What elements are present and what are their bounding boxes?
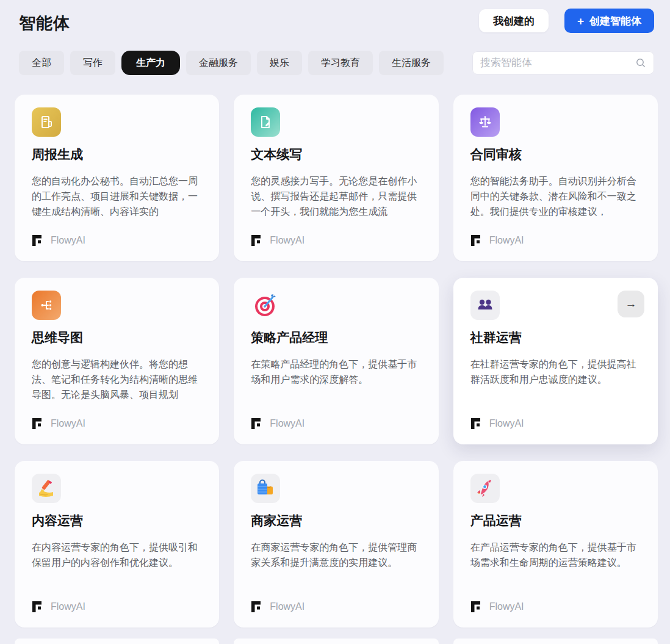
- category-tabs: 全部 写作 生产力 金融服务 娱乐 学习教育 生活服务: [19, 51, 444, 75]
- search-input[interactable]: [480, 57, 635, 69]
- search-icon: [635, 57, 646, 68]
- agent-card-footer: FlowyAI: [251, 234, 421, 247]
- agent-card-title: 策略产品经理: [251, 329, 421, 346]
- agent-card-footer: FlowyAI: [470, 601, 641, 613]
- flowy-pixel-f-logo: [470, 418, 483, 430]
- agent-card-partial[interactable]: [453, 639, 658, 644]
- flowy-pixel-f-logo: [32, 601, 44, 613]
- agent-card-text-continuation[interactable]: 文本续写 您的灵感接力写手。无论您是在创作小说、撰写报告还是起草邮件，只需提供一…: [234, 95, 438, 261]
- brand-name: FlowyAI: [270, 418, 304, 429]
- agent-card-title: 周报生成: [32, 146, 202, 163]
- agent-card-mind-map[interactable]: 思维导图 您的创意与逻辑构建伙伴。将您的想法、笔记和任务转化为结构清晰的思维导图…: [15, 278, 219, 444]
- flowy-pixel-f-logo: [470, 234, 483, 247]
- agent-card-footer: FlowyAI: [32, 418, 202, 430]
- create-agent-button[interactable]: + 创建智能体: [564, 9, 654, 33]
- page-title: 智能体: [19, 9, 70, 34]
- brand-name: FlowyAI: [489, 235, 524, 246]
- agent-card-description: 您的智能法务助手。自动识别并分析合同中的关键条款、潜在风险和不一致之处。我们提供…: [470, 173, 641, 219]
- agent-card-strategy-pm[interactable]: 策略产品经理 在策略产品经理的角色下，提供基于市场和用户需求的深度解答。 Flo…: [234, 278, 438, 444]
- search-box[interactable]: [472, 51, 654, 74]
- my-created-button[interactable]: 我创建的: [479, 9, 549, 32]
- agent-card-description: 在社群运营专家的角色下，提供提高社群活跃度和用户忠诚度的建议。: [470, 356, 641, 387]
- agent-card-title: 社群运营: [470, 329, 641, 346]
- brand-name: FlowyAI: [489, 601, 524, 612]
- page-header: 智能体 我创建的 + 创建智能体: [0, 0, 670, 34]
- agent-card-footer: FlowyAI: [470, 418, 641, 430]
- agent-card-partial[interactable]: [234, 639, 438, 644]
- flowy-pixel-f-logo: [32, 234, 44, 247]
- brand-name: FlowyAI: [51, 601, 85, 612]
- agent-card-description: 在策略产品经理的角色下，提供基于市场和用户需求的深度解答。: [251, 356, 421, 387]
- brand-name: FlowyAI: [270, 601, 304, 612]
- agent-card-title: 思维导图: [32, 329, 202, 346]
- brand-name: FlowyAI: [489, 418, 524, 429]
- flowy-pixel-f-logo: [251, 601, 263, 613]
- agent-card-description: 您的灵感接力写手。无论您是在创作小说、撰写报告还是起草邮件，只需提供一个开头，我…: [251, 173, 421, 219]
- open-agent-arrow-button[interactable]: →: [618, 291, 644, 317]
- agent-card-description: 您的创意与逻辑构建伙伴。将您的想法、笔记和任务转化为结构清晰的思维导图。无论是头…: [32, 356, 202, 402]
- agent-card-description: 在产品运营专家的角色下，提供基于市场需求和生命周期的运营策略建议。: [470, 540, 641, 570]
- flowy-pixel-f-logo: [251, 418, 263, 430]
- brand-name: FlowyAI: [51, 418, 85, 429]
- agent-card-title: 商家运营: [251, 512, 421, 529]
- brand-name: FlowyAI: [270, 235, 304, 246]
- header-actions: 我创建的 + 创建智能体: [479, 9, 654, 33]
- my-created-label: 我创建的: [493, 14, 535, 28]
- agent-card-weekly-report[interactable]: 周报生成 您的自动化办公秘书。自动汇总您一周的工作亮点、项目进展和关键数据，一键…: [15, 95, 219, 261]
- agent-card-footer: FlowyAI: [251, 418, 421, 430]
- create-agent-label: 创建智能体: [589, 14, 641, 28]
- agent-card-footer: FlowyAI: [32, 601, 202, 613]
- agent-card-footer: FlowyAI: [470, 234, 641, 247]
- document-pencil-icon: [251, 107, 280, 137]
- agent-card-merchant-ops[interactable]: 商家运营 在商家运营专家的角色下，提供管理商家关系和提升满意度的实用建议。 Fl…: [234, 461, 438, 628]
- agent-card-title: 合同审核: [470, 146, 641, 163]
- people-busts-icon: [470, 291, 500, 320]
- agent-card-footer: FlowyAI: [32, 234, 202, 247]
- balance-scale-icon: [470, 107, 500, 137]
- agent-card-partial[interactable]: [15, 639, 219, 644]
- brand-name: FlowyAI: [51, 235, 85, 246]
- agent-card-description: 在内容运营专家的角色下，提供吸引和保留用户的内容创作和优化建议。: [32, 540, 202, 570]
- agent-card-title: 内容运营: [32, 512, 202, 529]
- filter-toolbar: 全部 写作 生产力 金融服务 娱乐 学习教育 生活服务: [0, 51, 670, 75]
- plus-icon: +: [577, 15, 584, 27]
- agent-card-footer: FlowyAI: [251, 601, 421, 613]
- tab-life-services[interactable]: 生活服务: [379, 51, 444, 75]
- writing-hand-icon: [32, 474, 61, 503]
- tab-education[interactable]: 学习教育: [308, 51, 373, 75]
- tab-entertainment[interactable]: 娱乐: [257, 51, 302, 75]
- agent-card-contract-review[interactable]: 合同审核 您的智能法务助手。自动识别并分析合同中的关键条款、潜在风险和不一致之处…: [453, 95, 658, 261]
- agent-card-description: 您的自动化办公秘书。自动汇总您一周的工作亮点、项目进展和关键数据，一键生成结构清…: [32, 173, 202, 219]
- agent-card-content-ops[interactable]: 内容运营 在内容运营专家的角色下，提供吸引和保留用户的内容创作和优化建议。 Fl…: [15, 461, 219, 628]
- agent-card-grid: 周报生成 您的自动化办公秘书。自动汇总您一周的工作亮点、项目进展和关键数据，一键…: [0, 75, 670, 628]
- rocket-icon: [470, 474, 500, 503]
- flowy-pixel-f-logo: [470, 601, 483, 613]
- tab-productivity[interactable]: 生产力: [121, 51, 180, 75]
- flowy-pixel-f-logo: [251, 234, 263, 247]
- agent-card-product-ops[interactable]: 产品运营 在产品运营专家的角色下，提供基于市场需求和生命周期的运营策略建议。 F…: [453, 461, 658, 628]
- agent-card-description: 在商家运营专家的角色下，提供管理商家关系和提升满意度的实用建议。: [251, 540, 421, 570]
- tab-finance[interactable]: 金融服务: [186, 51, 251, 75]
- agent-card-community-ops[interactable]: → 社群运营 在社群运营专家的角色下，提供提高社群活跃度和用户忠诚度的建议。 F…: [453, 278, 658, 444]
- dart-target-icon: [251, 291, 280, 320]
- next-row-peek: [0, 628, 670, 644]
- flowy-pixel-f-logo: [32, 418, 44, 430]
- report-document-icon: [32, 107, 61, 137]
- tab-writing[interactable]: 写作: [70, 51, 115, 75]
- tab-all[interactable]: 全部: [19, 51, 64, 75]
- mind-map-icon: [32, 291, 61, 320]
- arrow-right-icon: →: [625, 297, 637, 311]
- agent-card-title: 文本续写: [251, 146, 421, 163]
- agent-card-title: 产品运营: [470, 512, 641, 529]
- shopping-bags-icon: [251, 474, 280, 503]
- agents-page: 智能体 我创建的 + 创建智能体 全部 写作 生产力 金融服务 娱乐 学习教育 …: [0, 0, 670, 644]
